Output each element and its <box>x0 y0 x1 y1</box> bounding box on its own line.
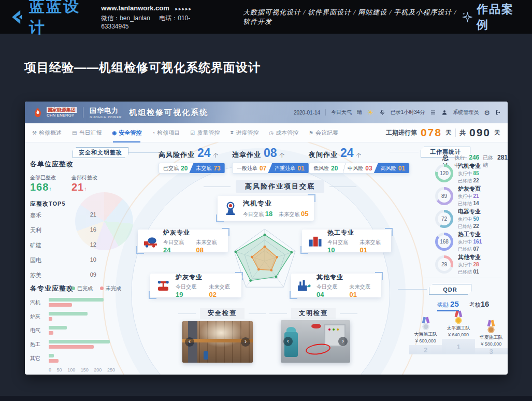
issue-highlight-ellipse <box>305 342 332 356</box>
radar-chart <box>231 221 298 304</box>
tab-quality-icon: ☑ <box>190 130 195 136</box>
stat-high-risk-jobs: 高风险作业24个 已交底20 未交底73 <box>159 146 225 174</box>
tab-daily-report[interactable]: ▤当日汇报 <box>72 123 102 142</box>
total-days-value: 090 <box>469 126 491 139</box>
period-days-value: 078 <box>421 126 442 139</box>
bar-group: 炉灰 <box>30 309 132 323</box>
tab-overview[interactable]: ⚒检修概述 <box>32 123 62 142</box>
stat-violations: 违章作业08个 一般违章07 严重违章01 <box>232 146 309 174</box>
carousel-next-button[interactable]: › <box>241 337 250 347</box>
briefing-card-ash-truck: 炉灰专业 今日交底 24 未来交底 08 <box>138 230 228 252</box>
gold-medal-icon <box>454 311 463 324</box>
tab-progress[interactable]: ⧗进度管控 <box>230 123 258 142</box>
done-kpi-value: 168↑ <box>30 181 52 193</box>
bar-axis: 050100150200250 <box>49 367 115 373</box>
carousel-prev-button[interactable]: ‹ <box>283 337 293 346</box>
tab-quality[interactable]: ☑质量管控 <box>190 123 220 142</box>
donut-ring: 120 <box>435 164 453 182</box>
briefing-section-title: 高风险作业项目交底 <box>236 180 324 193</box>
majors-rectify-title: 各专业应整改 <box>30 284 74 293</box>
user-name[interactable]: 系统管理员 <box>453 109 479 116</box>
ticket-row-electrical: 72 电器专业 执行中 50 已终结 22 <box>435 208 505 230</box>
future-briefed: 未来交底 08 <box>196 239 223 254</box>
portfolio-link[interactable]: 作品案例 <box>462 2 521 33</box>
unit-value: 12 <box>90 241 96 249</box>
donut-ring: 168 <box>435 233 453 251</box>
dashboard-nav: ⚒检修概述 ▤当日汇报 ◉安全管控 ◔检修项目 ☑质量管控 ⧗进度管控 ◷成本管… <box>25 123 508 142</box>
bar-done <box>49 340 110 343</box>
future-briefed: 未来交底 05 <box>279 210 308 218</box>
tab-meetings[interactable]: ⚑会议纪要 <box>309 123 338 142</box>
indicator-dot <box>337 328 339 331</box>
briefing-card-other: 其他专业 今日交底 04 未来交底 01 <box>291 274 381 297</box>
wechat-contact: 微信：ben_lanlan <box>101 15 150 22</box>
weather-label: 今日天气 <box>331 109 352 116</box>
done-kpi-label: 全部已整改 <box>30 174 56 181</box>
ticket-row-other: 29 其他专业 执行中 28 已终结 01 <box>435 253 505 276</box>
today-briefed: 今日交底 24 <box>163 239 190 254</box>
dashboard-screenshot: 国家能源集团 CHN ENERGY 国华电力 GUOHUA POWER 机组检修… <box>25 102 508 375</box>
civility-check-photo[interactable]: ‹ › <box>281 320 350 363</box>
dashboard-header: 国家能源集团 CHN ENERGY 国华电力 GUOHUA POWER 机组检修… <box>25 102 508 123</box>
unit-name: 国电 <box>30 256 41 264</box>
podium-second: 大海施工队 ¥ 600,000 2 <box>409 317 442 354</box>
legend-done: 已完成 <box>71 285 93 292</box>
gear-icon[interactable]: ⚙ <box>484 109 490 117</box>
carousel-prev-button[interactable]: ‹ <box>185 337 194 347</box>
org-logos: 国家能源集团 CHN ENERGY 国华电力 GUOHUA POWER <box>32 106 122 119</box>
list-icon[interactable] <box>430 109 436 116</box>
photo-valve-knob <box>311 324 321 329</box>
top5-row: 苏美09 <box>30 271 96 279</box>
top5-row: 嘉禾21 <box>30 211 96 219</box>
pill-divider <box>342 163 347 173</box>
podium-step: 1 <box>442 339 475 354</box>
bronze-medal-icon <box>487 320 495 333</box>
silver-medal-icon <box>422 317 430 330</box>
site-logo-text: 蓝蓝设计 <box>29 0 90 38</box>
qdr-tabs: 奖励 25 考核16 <box>437 299 489 311</box>
badge-safety-rectification: 安全和文明整改 <box>73 147 128 158</box>
org-group-name: 国家能源集团 <box>47 107 77 113</box>
unit-value: 10 <box>90 256 96 264</box>
website-url: www.lanlanwork.com <box>101 4 169 12</box>
badge-connector <box>128 152 160 153</box>
donut-ring: 89 <box>435 187 453 205</box>
tab-projects-icon: ◔ <box>152 130 155 136</box>
tab-cost[interactable]: ◷成本管控 <box>269 123 298 142</box>
qdr-tab-reward[interactable]: 奖励 25 <box>437 299 459 311</box>
tab-cost-icon: ◷ <box>269 130 274 136</box>
qdr-podium: 大海施工队 ¥ 600,000 2 太平施工队 ¥ 640,000 1 华夏施工… <box>409 311 508 354</box>
indicator-dot <box>328 328 330 331</box>
logout-icon[interactable] <box>495 109 501 116</box>
ticket-row-ash: 89 炉灰专页 执行中 21 已终结 14 <box>435 185 505 207</box>
boiler-plant-icon <box>307 233 323 249</box>
legend-done-dot <box>71 287 75 290</box>
safety-check-photo[interactable]: ‹ › <box>182 321 253 363</box>
tab-projects[interactable]: ◔检修项目 <box>152 123 180 142</box>
bar-undone <box>49 331 53 335</box>
qdr-tab-assess[interactable]: 考核16 <box>469 299 490 309</box>
services-nav[interactable]: 大数据可视化设计 / 软件界面设计 / 网站建设 / 手机及小程序设计 / 软件… <box>243 8 462 26</box>
badge-connector <box>390 152 419 152</box>
org-name: 国华电力 <box>90 106 122 116</box>
bar-group: 其它 <box>30 351 132 365</box>
user-icon <box>441 109 448 116</box>
carousel-next-button[interactable]: › <box>338 337 348 346</box>
bar-done <box>49 312 88 316</box>
future-briefed: 未来交底 01 <box>350 283 377 298</box>
tab-meetings-icon: ⚑ <box>309 130 313 136</box>
tab-safety[interactable]: ◉安全管控 <box>112 123 141 142</box>
project-period: 工期进行第 078 天 共 090 天 <box>386 126 500 139</box>
bar-done <box>49 298 104 302</box>
site-logo[interactable]: 蓝蓝设计 <box>8 0 90 38</box>
stat-pill: 一般违章07 严重违章01 <box>232 163 309 174</box>
ticket-row-thermal: 168 热工专业 执行中 161 已终结 07 <box>435 231 505 253</box>
page-title: 项目经验——机组检修可视化系统界面设计 <box>24 60 261 76</box>
today-briefed: 今日交底 04 <box>317 283 343 298</box>
turbine-scale-icon <box>223 200 238 216</box>
bar-undone <box>49 303 72 307</box>
tab-daily-report-icon: ▤ <box>72 130 77 136</box>
sun-icon: ☀ <box>367 108 374 117</box>
tab-progress-icon: ⧗ <box>230 130 234 136</box>
future-briefed: 未来交底 01 <box>360 239 386 254</box>
